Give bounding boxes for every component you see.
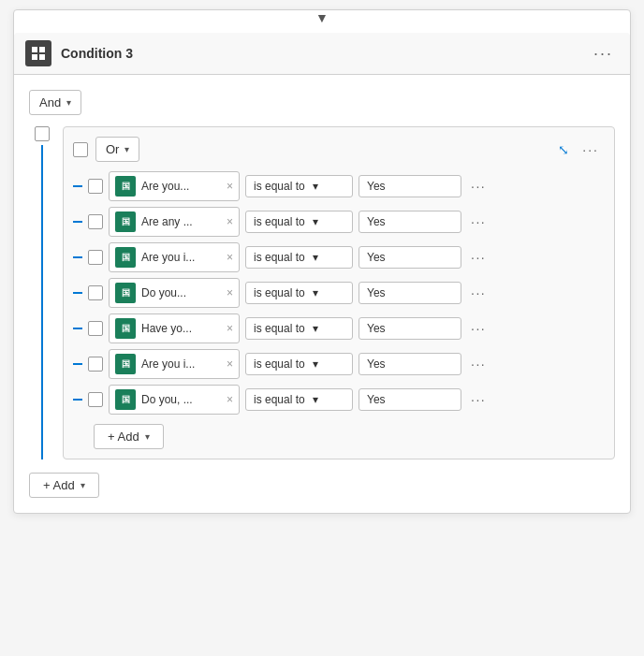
condition-icon-svg <box>31 46 46 61</box>
or-block-header-left: Or ▾ <box>73 137 139 162</box>
and-row: And ▾ <box>29 90 615 115</box>
table-row: 国 Are you i... × is equal to ▾ ··· <box>73 242 605 272</box>
field-pill: 国 Have yo... × <box>109 313 240 343</box>
operator-label: is equal to <box>254 357 305 371</box>
operator-dropdown[interactable]: is equal to ▾ <box>245 317 353 340</box>
table-row: 国 Are you i... × is equal to ▾ ··· <box>73 349 605 379</box>
operator-chevron-icon: ▾ <box>313 180 318 193</box>
operator-dropdown[interactable]: is equal to ▾ <box>245 282 353 304</box>
field-remove-button[interactable]: × <box>227 215 233 228</box>
operator-dropdown[interactable]: is equal to ▾ <box>245 246 353 269</box>
value-input[interactable] <box>359 211 461 233</box>
row-more-options-button[interactable]: ··· <box>467 319 490 338</box>
or-dropdown-button[interactable]: Or ▾ <box>95 137 139 162</box>
or-checkbox[interactable] <box>73 142 88 157</box>
condition-icon <box>25 40 51 66</box>
row-checkbox[interactable] <box>88 357 103 372</box>
table-row: 国 Do you, ... × is equal to ▾ ··· <box>73 385 605 415</box>
row-more-options-button[interactable]: ··· <box>467 212 490 231</box>
field-icon: 国 <box>115 283 136 303</box>
inner-add-row: + Add ▾ <box>73 424 605 449</box>
row-checkbox[interactable] <box>88 214 103 229</box>
operator-label: is equal to <box>254 180 305 193</box>
field-label: Are any ... <box>141 215 221 228</box>
field-icon-text: 国 <box>122 358 130 371</box>
table-row: 国 Do you... × is equal to ▾ ··· <box>73 278 605 308</box>
value-input[interactable] <box>359 175 461 197</box>
operator-label: is equal to <box>254 215 305 228</box>
inner-add-button[interactable]: + Add ▾ <box>94 424 164 449</box>
field-remove-button[interactable]: × <box>227 322 233 335</box>
expand-icon[interactable]: ⤡ <box>556 140 571 159</box>
row-more-options-button[interactable]: ··· <box>467 355 490 373</box>
field-icon-text: 国 <box>122 181 130 193</box>
header-more-options-button[interactable]: ··· <box>588 42 619 66</box>
row-connector-tick <box>73 221 82 223</box>
field-pill: 国 Are any ... × <box>109 207 240 237</box>
value-input[interactable] <box>359 246 461 269</box>
operator-chevron-icon: ▾ <box>313 393 318 406</box>
row-connector-tick <box>73 292 82 294</box>
field-label: Have yo... <box>141 322 221 335</box>
and-chevron-icon: ▾ <box>66 97 71 108</box>
field-remove-button[interactable]: × <box>227 251 233 264</box>
row-checkbox[interactable] <box>88 250 103 265</box>
field-icon: 国 <box>115 176 136 197</box>
table-row: 国 Are you... × is equal to ▾ ··· <box>73 171 605 201</box>
field-remove-button[interactable]: × <box>227 286 233 299</box>
field-icon-text: 国 <box>122 287 130 299</box>
or-more-options-button[interactable]: ··· <box>577 140 605 159</box>
row-more-options-button[interactable]: ··· <box>467 390 490 409</box>
row-more-options-button[interactable]: ··· <box>467 284 490 302</box>
table-row: 国 Are any ... × is equal to ▾ ··· <box>73 207 605 237</box>
operator-chevron-icon: ▾ <box>313 357 318 371</box>
operator-dropdown[interactable]: is equal to ▾ <box>245 353 353 375</box>
inner-add-label: + Add <box>108 430 139 444</box>
outer-add-button[interactable]: + Add ▾ <box>29 473 99 498</box>
operator-dropdown[interactable]: is equal to ▾ <box>245 175 353 197</box>
row-checkbox[interactable] <box>88 285 103 300</box>
operator-label: is equal to <box>254 322 305 335</box>
operator-dropdown[interactable]: is equal to ▾ <box>245 211 353 233</box>
condition-rows: 国 Are you... × is equal to ▾ ··· <box>73 171 605 415</box>
operator-chevron-icon: ▾ <box>313 215 318 228</box>
row-more-options-button[interactable]: ··· <box>467 177 490 196</box>
field-remove-button[interactable]: × <box>227 180 233 193</box>
field-pill: 国 Do you... × <box>109 278 240 308</box>
value-input[interactable] <box>359 353 461 375</box>
card-title: Condition 3 <box>61 46 133 61</box>
field-icon-text: 国 <box>122 394 130 406</box>
value-input[interactable] <box>359 317 461 340</box>
row-more-options-button[interactable]: ··· <box>467 248 490 267</box>
outer-checkbox[interactable] <box>35 126 50 141</box>
field-icon: 国 <box>115 354 136 374</box>
field-label: Are you i... <box>141 251 221 264</box>
value-input[interactable] <box>359 388 461 411</box>
row-connector-tick <box>73 256 82 258</box>
and-dropdown-button[interactable]: And ▾ <box>29 90 81 115</box>
field-icon: 国 <box>115 389 136 410</box>
or-block-header-right: ⤡ ··· <box>556 140 605 159</box>
top-arrow-connector: ▼ <box>14 10 630 33</box>
operator-chevron-icon: ▾ <box>313 322 318 335</box>
row-checkbox[interactable] <box>88 321 103 336</box>
field-pill: 国 Do you, ... × <box>109 385 240 415</box>
field-pill: 国 Are you... × <box>109 171 240 201</box>
field-remove-button[interactable]: × <box>227 393 233 406</box>
row-checkbox[interactable] <box>88 179 103 194</box>
outer-add-chevron-icon: ▾ <box>80 480 85 490</box>
card-header-left: Condition 3 <box>25 40 133 66</box>
or-block-header: Or ▾ ⤡ ··· <box>73 137 605 162</box>
outer-add-row: + Add ▾ <box>29 473 615 498</box>
and-label: And <box>39 95 61 109</box>
field-remove-button[interactable]: × <box>227 357 233 371</box>
row-connector-tick <box>73 363 82 365</box>
table-row: 国 Have yo... × is equal to ▾ ··· <box>73 313 605 343</box>
or-label: Or <box>106 142 119 156</box>
value-input[interactable] <box>359 282 461 304</box>
svg-rect-0 <box>32 47 37 52</box>
operator-dropdown[interactable]: is equal to ▾ <box>245 388 353 411</box>
field-icon: 国 <box>115 318 136 339</box>
row-checkbox[interactable] <box>88 392 103 407</box>
field-pill: 国 Are you i... × <box>109 242 240 272</box>
